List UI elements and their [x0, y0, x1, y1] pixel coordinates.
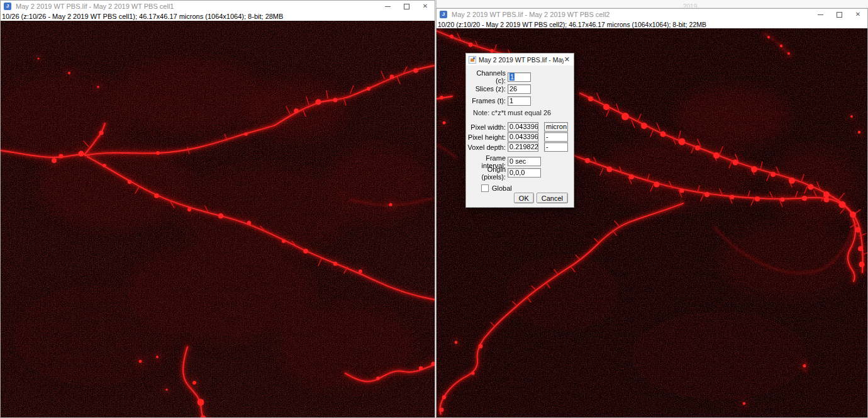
dialog-titlebar[interactable]: May 2 2019 WT PBS.lif - May 2 2019 ... ✕ — [466, 54, 574, 65]
window-title-cell2: May 2 2019 WT PBS.lif - May 2 2019 WT PB… — [452, 11, 609, 18]
minimize-button[interactable] — [811, 9, 830, 20]
desktop: 2019 J May 2 2019 WT PBS.lif - May 2 201… — [0, 0, 868, 418]
window-title-cell1: May 2 2019 WT PBS.lif - May 2 2019 WT PB… — [16, 3, 174, 10]
pixel-height-unit-field[interactable]: - — [544, 132, 568, 142]
maximize-button[interactable] — [830, 9, 849, 20]
titlebar-cell1[interactable]: J May 2 2019 WT PBS.lif - May 2 2019 WT … — [1, 1, 435, 12]
slices-label: Slices (z): — [466, 85, 506, 93]
dialog-close-icon[interactable]: ✕ — [564, 55, 570, 64]
voxel-depth-label: Voxel depth: — [466, 144, 506, 151]
fluorescence-image-cell1[interactable] — [1, 21, 435, 417]
status-bar-cell1: 10/26 (z:10/26 - May 2 2019 WT PBS cell1… — [1, 12, 435, 21]
close-icon: ✕ — [423, 3, 428, 9]
channels-label: Channels (c): — [466, 69, 506, 84]
cancel-button[interactable]: Cancel — [537, 193, 568, 203]
pixel-width-label: Pixel width: — [466, 123, 506, 131]
maximize-icon — [404, 4, 409, 9]
slices-field[interactable]: 26 — [508, 84, 531, 94]
stack-note: Note: c*z*t must equal 26 — [473, 109, 574, 116]
pixel-height-label: Pixel height: — [466, 133, 506, 141]
minimize-icon — [818, 14, 823, 15]
frame-interval-field[interactable]: 0 sec — [508, 157, 541, 166]
properties-dialog: May 2 2019 WT PBS.lif - May 2 2019 ... ✕… — [465, 53, 574, 208]
voxel-depth-field[interactable]: 0.2198221 — [508, 142, 538, 152]
minimize-button[interactable] — [378, 1, 397, 12]
channels-field[interactable]: 1 — [508, 72, 531, 82]
maximize-button[interactable] — [397, 1, 416, 12]
pixel-height-field[interactable]: 0.0433969 — [508, 132, 538, 142]
global-checkbox-label: Global — [492, 184, 512, 192]
frames-label: Frames (t): — [466, 97, 506, 104]
background-window-text: 2019 — [683, 3, 697, 8]
close-icon: ✕ — [855, 11, 860, 18]
pixel-width-unit-field[interactable]: micron — [544, 122, 568, 132]
ok-button[interactable]: OK — [514, 193, 534, 203]
image-window-cell1: J May 2 2019 WT PBS.lif - May 2 2019 WT … — [0, 0, 435, 418]
imagej-app-icon: J — [440, 11, 447, 18]
frames-field[interactable]: 1 — [508, 96, 531, 106]
voxel-depth-unit-field[interactable]: - — [544, 142, 568, 152]
origin-label: Origin (pixels): — [466, 166, 506, 181]
dialog-title: May 2 2019 WT PBS.lif - May 2 2019 ... — [479, 56, 564, 64]
close-button[interactable]: ✕ — [416, 1, 435, 12]
background-window-strip[interactable]: 2019 — [436, 0, 868, 8]
close-button[interactable]: ✕ — [849, 9, 867, 20]
origin-field[interactable]: 0,0,0 — [508, 168, 541, 178]
imagej-dialog-icon — [469, 56, 476, 64]
titlebar-cell2[interactable]: J May 2 2019 WT PBS.lif - May 2 2019 WT … — [437, 9, 867, 20]
imagej-app-icon: J — [4, 3, 11, 10]
status-bar-cell2: 10/20 (z:10/20 - May 2 2019 WT PBS cell2… — [437, 20, 867, 28]
minimize-icon — [385, 6, 391, 7]
maximize-icon — [837, 12, 842, 18]
pixel-width-field[interactable]: 0.0433969 — [508, 122, 538, 132]
global-checkbox[interactable] — [481, 184, 489, 192]
